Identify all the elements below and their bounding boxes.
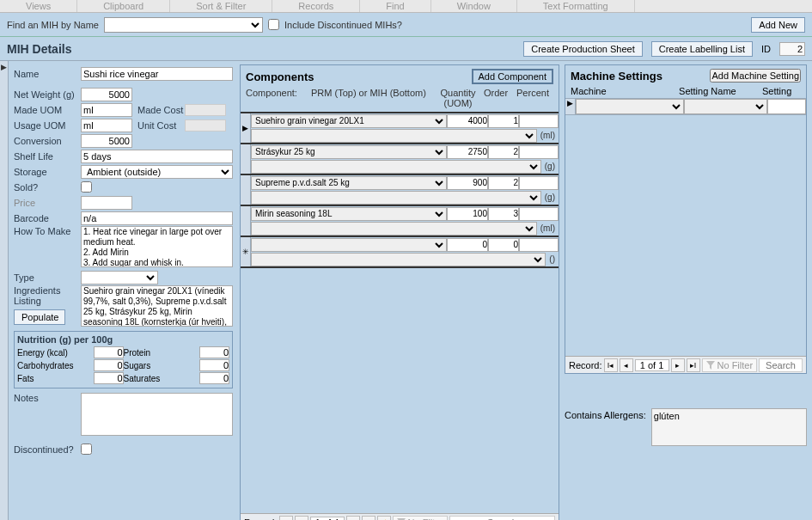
ribbon-clipboard[interactable]: Clipboard: [77, 0, 170, 12]
percent-field[interactable]: [519, 207, 559, 221]
percent-field[interactable]: [519, 176, 559, 190]
recnav-pos[interactable]: [310, 517, 345, 521]
add-new-button[interactable]: Add New: [751, 17, 805, 33]
nav-first-icon[interactable]: I◂: [279, 516, 293, 521]
prm-combo[interactable]: [251, 238, 447, 252]
prm-combo[interactable]: Suehiro grain vinegar 20LX1: [251, 114, 447, 128]
recnav-pos[interactable]: [635, 359, 669, 371]
notes-field[interactable]: [81, 393, 233, 436]
ingredients-field[interactable]: Suehiro grain vinegar 20LX1 (vínedik 99,…: [81, 285, 233, 327]
recnav-search[interactable]: [759, 358, 803, 372]
setting-value-field[interactable]: [767, 99, 806, 114]
order-field[interactable]: [488, 114, 519, 128]
nav-last-icon[interactable]: ▸I: [362, 516, 375, 521]
sugars-field[interactable]: [199, 359, 229, 371]
components-grid: ▶Suehiro grain vinegar 20LX1(ml)Strásyku…: [241, 112, 559, 513]
qty-field[interactable]: [447, 207, 488, 221]
setting-name-combo[interactable]: [684, 99, 767, 114]
conversion-field[interactable]: [81, 134, 132, 148]
add-machine-setting-button[interactable]: Add Machine Setting: [710, 69, 801, 83]
ribbon-views[interactable]: Views: [0, 0, 77, 12]
nav-next-icon[interactable]: ▸: [346, 516, 360, 521]
row-selector-icon[interactable]: [241, 144, 251, 174]
col-order: Order: [479, 88, 512, 108]
qty-field[interactable]: [447, 176, 488, 190]
howto-field[interactable]: 1. Heat rice vinegar in large pot over m…: [81, 226, 233, 267]
discontinued-check[interactable]: [81, 444, 92, 455]
allergens-field[interactable]: glúten: [651, 408, 807, 446]
sat-field[interactable]: [199, 372, 229, 384]
nav-prev-icon[interactable]: ◂: [295, 516, 308, 521]
percent-field[interactable]: [519, 145, 559, 159]
qty-field[interactable]: [447, 114, 488, 128]
type-combo[interactable]: [81, 271, 158, 284]
percent-field[interactable]: [519, 114, 559, 128]
protein-field[interactable]: [199, 346, 229, 358]
mih-combo[interactable]: [251, 191, 541, 205]
prm-combo[interactable]: Strásykur 25 kg: [251, 145, 447, 159]
usageuom-label: Usage UOM: [14, 120, 81, 131]
qty-field[interactable]: [447, 145, 488, 159]
name-field[interactable]: [81, 67, 233, 81]
order-field[interactable]: [488, 238, 519, 252]
prm-combo[interactable]: Supreme p.v.d.salt 25 kg: [251, 176, 447, 190]
price-label: Price: [14, 198, 81, 208]
name-label: Name: [14, 69, 81, 79]
usageuom-field[interactable]: [81, 119, 132, 132]
order-field[interactable]: [488, 207, 519, 221]
row-selector-icon[interactable]: ✳: [241, 237, 251, 266]
find-mih-combo[interactable]: [104, 17, 263, 33]
ribbon-sortfilter[interactable]: Sort & Filter: [170, 0, 272, 12]
nav-prev-icon[interactable]: ◂: [620, 358, 633, 372]
netweight-field[interactable]: [81, 88, 132, 101]
qty-field[interactable]: [447, 238, 488, 252]
madeuom-label: Made UOM: [14, 105, 81, 115]
ribbon-records[interactable]: Records: [272, 0, 360, 12]
energy-field[interactable]: [94, 346, 124, 358]
add-component-button[interactable]: Add Component: [472, 69, 554, 84]
fats-field[interactable]: [94, 372, 124, 384]
ribbon-window[interactable]: Window: [431, 0, 517, 12]
order-field[interactable]: [488, 145, 519, 159]
mih-combo[interactable]: [251, 160, 541, 174]
row-selector-icon[interactable]: [241, 206, 251, 236]
create-production-sheet-button[interactable]: Create Production Sheet: [523, 41, 642, 57]
nofilter-button[interactable]: No Filter: [702, 358, 758, 372]
row-selector-icon[interactable]: ▶: [565, 99, 576, 114]
populate-button[interactable]: Populate: [14, 309, 65, 325]
machine-combo[interactable]: [576, 99, 684, 114]
barcode-field[interactable]: [81, 211, 233, 225]
ribbon-find[interactable]: Find: [360, 0, 430, 12]
nav-next-icon[interactable]: ▸: [671, 358, 685, 372]
id-label: ID: [761, 44, 771, 54]
percent-field[interactable]: [519, 238, 559, 252]
order-field[interactable]: [488, 176, 519, 190]
recnav-label: Record:: [569, 360, 602, 370]
carbs-label: Carbohydrates: [17, 361, 94, 370]
shelf-field[interactable]: [81, 150, 233, 163]
allergens-label: Contains Allergens:: [565, 408, 646, 446]
nav-new-icon[interactable]: ▸✳: [377, 516, 391, 521]
nofilter-button[interactable]: No Filter: [393, 516, 449, 521]
type-label: Type: [14, 272, 81, 283]
storage-combo[interactable]: Ambient (outside): [81, 165, 233, 179]
mih-combo[interactable]: [251, 222, 537, 236]
mih-combo[interactable]: [251, 253, 546, 266]
include-discontinued-check[interactable]: [268, 19, 279, 30]
madeuom-field[interactable]: [81, 103, 132, 117]
mih-combo[interactable]: [251, 129, 537, 143]
ribbon-textfmt[interactable]: Text Formatting: [517, 0, 635, 12]
nav-first-icon[interactable]: I◂: [604, 358, 618, 372]
row-selector-icon[interactable]: ▶: [241, 113, 251, 143]
carbs-field[interactable]: [94, 359, 124, 371]
component-row: Strásykur 25 kg(g): [241, 144, 559, 175]
row-selector-icon[interactable]: [241, 175, 251, 205]
uom-label: (ml): [537, 223, 559, 233]
sold-check[interactable]: [81, 181, 92, 193]
recnav-search[interactable]: [449, 516, 555, 521]
create-labelling-list-button[interactable]: Create Labelling List: [651, 41, 753, 57]
nav-last-icon[interactable]: ▸I: [687, 358, 700, 372]
prm-combo[interactable]: Mirin seasoning 18L: [251, 207, 447, 221]
record-selector[interactable]: ▶: [0, 61, 9, 520]
ing-label: Ingredients Listing: [14, 285, 81, 306]
